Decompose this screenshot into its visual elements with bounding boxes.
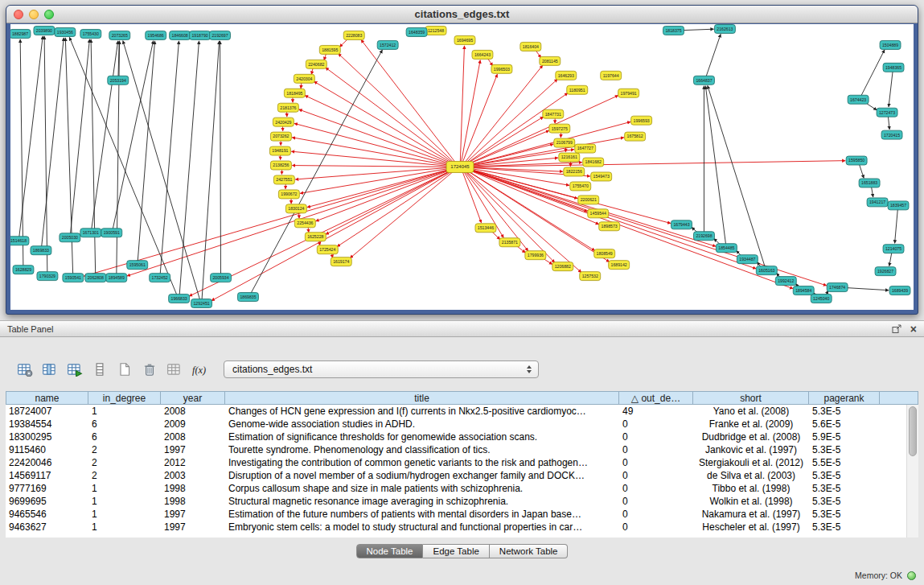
graph-node[interactable]: 1671301 xyxy=(80,229,101,237)
graph-node[interactable]: 1595061 xyxy=(127,261,148,270)
graph-edge[interactable] xyxy=(708,85,766,267)
graph-node[interactable]: 2106799 xyxy=(554,138,575,147)
graph-node[interactable]: 1720415 xyxy=(881,130,902,139)
graph-edge[interactable] xyxy=(465,168,716,247)
table-row[interactable]: 1456911722003Disruption of a novel membe… xyxy=(6,469,906,482)
graph-node[interactable]: 2192698 xyxy=(693,232,714,241)
graph-node[interactable]: 1900591 xyxy=(101,229,122,237)
graph-node[interactable]: 1930456 xyxy=(55,27,76,36)
float-panel-icon[interactable] xyxy=(892,324,902,334)
graph-node[interactable]: 1514618 xyxy=(10,237,29,245)
graph-node[interactable]: 2053194 xyxy=(108,76,129,84)
graph-node[interactable]: 2039890 xyxy=(34,26,55,35)
table-row[interactable]: 969969511998Structural magnetic resonanc… xyxy=(6,495,906,508)
graph-node[interactable]: 1675812 xyxy=(625,132,646,141)
graph-node[interactable]: 1841682 xyxy=(583,158,604,167)
column-header-out_degree[interactable]: △ out_de… xyxy=(619,391,693,405)
graph-node[interactable]: 1272473 xyxy=(877,108,897,117)
graph-node[interactable]: 2240682 xyxy=(306,60,326,68)
graph-edge[interactable] xyxy=(464,117,543,165)
graph-node[interactable]: 1625228 xyxy=(305,233,326,241)
graph-edge[interactable] xyxy=(44,36,47,273)
graph-node[interactable]: 1619174 xyxy=(331,257,351,266)
graph-edge[interactable] xyxy=(211,168,456,300)
graph-node[interactable]: 1847731 xyxy=(543,109,564,118)
graph-edge[interactable] xyxy=(361,39,457,164)
graph-edge[interactable] xyxy=(84,168,455,277)
graph-edge[interactable] xyxy=(314,81,456,165)
graph-node[interactable]: 1808549 xyxy=(594,249,615,258)
graph-node[interactable]: 1839457 xyxy=(888,201,909,210)
graph-node[interactable]: 1990672 xyxy=(278,190,299,199)
graph-node[interactable]: 1869833 xyxy=(31,246,51,255)
graph-edge[interactable] xyxy=(294,123,455,166)
graph-node[interactable]: 2228083 xyxy=(343,31,364,39)
graph-edge[interactable] xyxy=(706,34,721,77)
graph-node[interactable]: 1996593 xyxy=(631,116,652,125)
scrollbar-thumb[interactable] xyxy=(909,406,917,456)
graph-edge[interactable] xyxy=(292,166,455,167)
graph-node[interactable]: 2138256 xyxy=(270,161,291,170)
graph-node[interactable]: 1648359 xyxy=(406,27,427,36)
graph-node[interactable]: 1197644 xyxy=(601,71,622,80)
network-canvas[interactable]: 1724045188159522406822420304181849521813… xyxy=(10,24,914,310)
graph-node[interactable]: 2181376 xyxy=(277,103,298,112)
graph-node[interactable]: 1206882 xyxy=(552,262,573,271)
graph-node[interactable]: 2200621 xyxy=(578,196,599,204)
graph-node[interactable]: 1597275 xyxy=(549,124,570,133)
column-header-in_degree[interactable]: in_degree xyxy=(88,391,161,405)
graph-node[interactable]: 1799936 xyxy=(525,251,546,260)
graph-node[interactable]: 1646293 xyxy=(556,71,577,80)
graph-node[interactable]: 1595850 xyxy=(846,156,867,165)
table-row[interactable]: 2242004622012Investigating the contribut… xyxy=(6,456,906,469)
graph-edge[interactable] xyxy=(220,41,221,274)
graph-node[interactable]: 1948191 xyxy=(269,146,290,155)
graph-node[interactable]: 1854485 xyxy=(716,244,737,253)
graph-edge[interactable] xyxy=(337,169,456,247)
graph-node[interactable]: 1212548 xyxy=(425,26,446,35)
graph-node[interactable]: 1948365 xyxy=(883,63,904,72)
graph-node[interactable]: 1846608 xyxy=(170,31,191,39)
function-builder-icon[interactable]: f(x) xyxy=(191,361,208,377)
graph-node[interactable]: 2005934 xyxy=(211,274,232,282)
graph-node[interactable]: 1898573 xyxy=(599,222,620,231)
column-chooser-icon[interactable] xyxy=(41,361,59,377)
graph-node[interactable]: 2427551 xyxy=(273,175,294,184)
graph-node[interactable]: 1664837 xyxy=(693,76,714,84)
graph-node[interactable]: 1549473 xyxy=(591,172,612,181)
close-window-button[interactable] xyxy=(14,10,23,19)
graph-edge[interactable] xyxy=(465,167,569,185)
graph-node[interactable]: 1941217 xyxy=(867,198,888,207)
graph-node[interactable]: 2073265 xyxy=(109,31,130,39)
graph-node[interactable]: 1674423 xyxy=(848,95,869,104)
graph-edge[interactable] xyxy=(250,50,382,295)
graph-node[interactable]: 1790329 xyxy=(37,272,58,281)
graph-node[interactable]: 1651883 xyxy=(859,179,880,187)
graph-node[interactable]: 1216161 xyxy=(559,153,580,162)
graph-node[interactable]: 1894589 xyxy=(106,274,127,282)
graph-node[interactable]: 1513446 xyxy=(475,224,496,233)
column-header-pagerank[interactable]: pagerank xyxy=(809,391,880,405)
graph-edge[interactable] xyxy=(464,96,618,166)
graph-edge[interactable] xyxy=(461,60,480,164)
tab-network-table[interactable]: Network Table xyxy=(490,544,569,558)
close-panel-icon[interactable]: × xyxy=(910,324,917,334)
graph-node[interactable]: 1725424 xyxy=(317,245,338,254)
graph-node[interactable]: 1689142 xyxy=(609,261,630,270)
graph-node[interactable]: 1647727 xyxy=(575,144,596,153)
graph-edge[interactable] xyxy=(202,41,220,300)
graph-edge[interactable] xyxy=(19,36,43,237)
tab-node-table[interactable]: Node Table xyxy=(356,544,424,558)
graph-edge[interactable] xyxy=(889,252,892,266)
graph-node[interactable]: 1605163 xyxy=(756,266,777,275)
graph-node[interactable]: 1918790 xyxy=(190,31,211,39)
graph-edge[interactable] xyxy=(326,68,456,165)
graph-node[interactable]: 1459544 xyxy=(588,209,609,218)
graph-node[interactable]: 1894584 xyxy=(793,286,814,295)
graph-node[interactable]: 2254436 xyxy=(294,219,315,228)
graph-node[interactable]: 1926827 xyxy=(875,267,896,276)
graph-edge[interactable] xyxy=(895,208,898,243)
graph-edge[interactable] xyxy=(179,41,199,295)
graph-node[interactable]: 1724045 xyxy=(446,162,474,173)
graph-node[interactable]: 1979491 xyxy=(618,89,639,97)
